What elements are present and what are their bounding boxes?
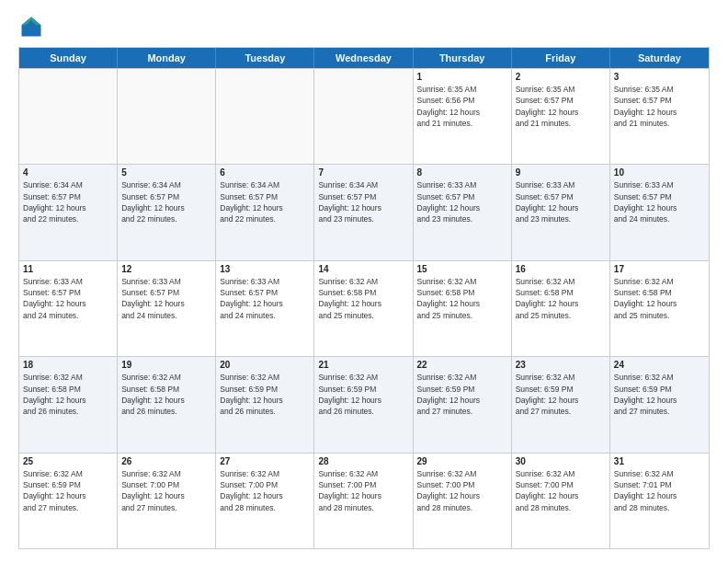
day-cell-28: 28Sunrise: 6:32 AM Sunset: 7:00 PM Dayli…	[314, 454, 413, 548]
day-cell-6: 6Sunrise: 6:34 AM Sunset: 6:57 PM Daylig…	[216, 165, 314, 259]
day-cell-31: 31Sunrise: 6:32 AM Sunset: 7:01 PM Dayli…	[610, 454, 709, 548]
day-cell-11: 11Sunrise: 6:33 AM Sunset: 6:57 PM Dayli…	[19, 261, 118, 356]
day-info: Sunrise: 6:32 AM Sunset: 6:58 PM Dayligh…	[121, 372, 211, 417]
day-number: 29	[417, 456, 507, 466]
logo-icon	[18, 14, 44, 40]
day-info: Sunrise: 6:32 AM Sunset: 7:00 PM Dayligh…	[516, 468, 606, 513]
day-cell-9: 9Sunrise: 6:33 AM Sunset: 6:57 PM Daylig…	[512, 165, 610, 259]
day-cell-12: 12Sunrise: 6:33 AM Sunset: 6:57 PM Dayli…	[118, 261, 216, 356]
day-number: 5	[121, 167, 211, 178]
day-info: Sunrise: 6:32 AM Sunset: 7:00 PM Dayligh…	[318, 468, 408, 513]
calendar-row-1: 4Sunrise: 6:34 AM Sunset: 6:57 PM Daylig…	[19, 164, 709, 259]
day-cell-29: 29Sunrise: 6:32 AM Sunset: 7:00 PM Dayli…	[414, 454, 512, 548]
day-number: 14	[318, 264, 408, 274]
day-cell-3: 3Sunrise: 6:35 AM Sunset: 6:57 PM Daylig…	[610, 69, 709, 164]
day-cell-19: 19Sunrise: 6:32 AM Sunset: 6:58 PM Dayli…	[118, 357, 216, 452]
day-info: Sunrise: 6:32 AM Sunset: 7:01 PM Dayligh…	[614, 468, 705, 513]
day-cell-15: 15Sunrise: 6:32 AM Sunset: 6:58 PM Dayli…	[414, 261, 512, 356]
day-number: 1	[417, 72, 507, 82]
day-info: Sunrise: 6:34 AM Sunset: 6:57 PM Dayligh…	[121, 179, 211, 224]
header-day-saturday: Saturday	[610, 48, 709, 68]
header-day-monday: Monday	[118, 48, 216, 68]
day-info: Sunrise: 6:34 AM Sunset: 6:57 PM Dayligh…	[23, 179, 113, 224]
header	[18, 14, 710, 40]
day-info: Sunrise: 6:34 AM Sunset: 6:57 PM Dayligh…	[220, 179, 310, 224]
day-info: Sunrise: 6:32 AM Sunset: 7:00 PM Dayligh…	[417, 468, 507, 513]
day-cell-25: 25Sunrise: 6:32 AM Sunset: 6:59 PM Dayli…	[19, 454, 118, 548]
header-day-friday: Friday	[512, 48, 610, 68]
day-info: Sunrise: 6:33 AM Sunset: 6:57 PM Dayligh…	[516, 179, 606, 224]
calendar-row-0: 1Sunrise: 6:35 AM Sunset: 6:56 PM Daylig…	[19, 68, 709, 164]
day-info: Sunrise: 6:32 AM Sunset: 6:59 PM Dayligh…	[318, 372, 408, 417]
calendar: SundayMondayTuesdayWednesdayThursdayFrid…	[18, 47, 710, 549]
day-cell-10: 10Sunrise: 6:33 AM Sunset: 6:57 PM Dayli…	[610, 165, 709, 259]
header-day-tuesday: Tuesday	[216, 48, 314, 68]
day-number: 23	[516, 360, 606, 370]
day-number: 24	[614, 360, 705, 370]
day-number: 21	[318, 360, 408, 370]
day-number: 26	[121, 456, 211, 466]
day-number: 7	[318, 167, 408, 178]
calendar-body: 1Sunrise: 6:35 AM Sunset: 6:56 PM Daylig…	[19, 68, 709, 548]
empty-cell	[19, 69, 118, 164]
day-number: 27	[220, 456, 310, 466]
day-info: Sunrise: 6:32 AM Sunset: 6:59 PM Dayligh…	[614, 372, 705, 417]
day-info: Sunrise: 6:35 AM Sunset: 6:57 PM Dayligh…	[516, 84, 606, 129]
logo	[18, 14, 48, 40]
day-info: Sunrise: 6:35 AM Sunset: 6:57 PM Dayligh…	[614, 84, 705, 129]
day-info: Sunrise: 6:32 AM Sunset: 6:59 PM Dayligh…	[220, 372, 310, 417]
day-info: Sunrise: 6:33 AM Sunset: 6:57 PM Dayligh…	[121, 276, 211, 321]
day-info: Sunrise: 6:32 AM Sunset: 6:59 PM Dayligh…	[516, 372, 606, 417]
day-number: 25	[23, 456, 113, 466]
day-cell-7: 7Sunrise: 6:34 AM Sunset: 6:57 PM Daylig…	[314, 165, 413, 259]
day-info: Sunrise: 6:32 AM Sunset: 7:00 PM Dayligh…	[121, 468, 211, 513]
day-info: Sunrise: 6:32 AM Sunset: 6:58 PM Dayligh…	[614, 276, 705, 321]
day-number: 3	[614, 72, 705, 82]
day-number: 8	[417, 167, 507, 178]
empty-cell	[314, 69, 413, 164]
day-number: 16	[516, 264, 606, 274]
day-info: Sunrise: 6:33 AM Sunset: 6:57 PM Dayligh…	[614, 179, 705, 224]
day-info: Sunrise: 6:32 AM Sunset: 6:58 PM Dayligh…	[516, 276, 606, 321]
day-cell-14: 14Sunrise: 6:32 AM Sunset: 6:58 PM Dayli…	[314, 261, 413, 356]
day-number: 2	[516, 72, 606, 82]
day-number: 20	[220, 360, 310, 370]
day-cell-1: 1Sunrise: 6:35 AM Sunset: 6:56 PM Daylig…	[414, 69, 512, 164]
page: SundayMondayTuesdayWednesdayThursdayFrid…	[0, 0, 728, 563]
day-info: Sunrise: 6:34 AM Sunset: 6:57 PM Dayligh…	[318, 179, 408, 224]
day-cell-4: 4Sunrise: 6:34 AM Sunset: 6:57 PM Daylig…	[19, 165, 118, 259]
day-info: Sunrise: 6:33 AM Sunset: 6:57 PM Dayligh…	[417, 179, 507, 224]
day-number: 28	[318, 456, 408, 466]
calendar-row-3: 18Sunrise: 6:32 AM Sunset: 6:58 PM Dayli…	[19, 356, 709, 452]
day-number: 30	[516, 456, 606, 466]
day-info: Sunrise: 6:35 AM Sunset: 6:56 PM Dayligh…	[417, 84, 507, 129]
day-info: Sunrise: 6:32 AM Sunset: 7:00 PM Dayligh…	[220, 468, 310, 513]
day-number: 15	[417, 264, 507, 274]
day-number: 10	[614, 167, 705, 178]
day-number: 9	[516, 167, 606, 178]
day-cell-21: 21Sunrise: 6:32 AM Sunset: 6:59 PM Dayli…	[314, 357, 413, 452]
header-day-wednesday: Wednesday	[314, 48, 413, 68]
day-cell-17: 17Sunrise: 6:32 AM Sunset: 6:58 PM Dayli…	[610, 261, 709, 356]
day-cell-8: 8Sunrise: 6:33 AM Sunset: 6:57 PM Daylig…	[414, 165, 512, 259]
day-cell-20: 20Sunrise: 6:32 AM Sunset: 6:59 PM Dayli…	[216, 357, 314, 452]
calendar-row-4: 25Sunrise: 6:32 AM Sunset: 6:59 PM Dayli…	[19, 453, 709, 548]
calendar-row-2: 11Sunrise: 6:33 AM Sunset: 6:57 PM Dayli…	[19, 260, 709, 356]
day-number: 4	[23, 167, 113, 178]
header-day-sunday: Sunday	[19, 48, 118, 68]
day-number: 11	[23, 264, 113, 274]
day-cell-16: 16Sunrise: 6:32 AM Sunset: 6:58 PM Dayli…	[512, 261, 610, 356]
day-cell-26: 26Sunrise: 6:32 AM Sunset: 7:00 PM Dayli…	[118, 454, 216, 548]
empty-cell	[216, 69, 314, 164]
day-number: 12	[121, 264, 211, 274]
day-info: Sunrise: 6:32 AM Sunset: 6:58 PM Dayligh…	[417, 276, 507, 321]
day-number: 6	[220, 167, 310, 178]
day-info: Sunrise: 6:32 AM Sunset: 6:58 PM Dayligh…	[23, 372, 113, 417]
day-info: Sunrise: 6:32 AM Sunset: 6:59 PM Dayligh…	[23, 468, 113, 513]
day-number: 22	[417, 360, 507, 370]
day-cell-5: 5Sunrise: 6:34 AM Sunset: 6:57 PM Daylig…	[118, 165, 216, 259]
calendar-header: SundayMondayTuesdayWednesdayThursdayFrid…	[19, 48, 709, 68]
empty-cell	[118, 69, 216, 164]
day-number: 13	[220, 264, 310, 274]
day-number: 18	[23, 360, 113, 370]
